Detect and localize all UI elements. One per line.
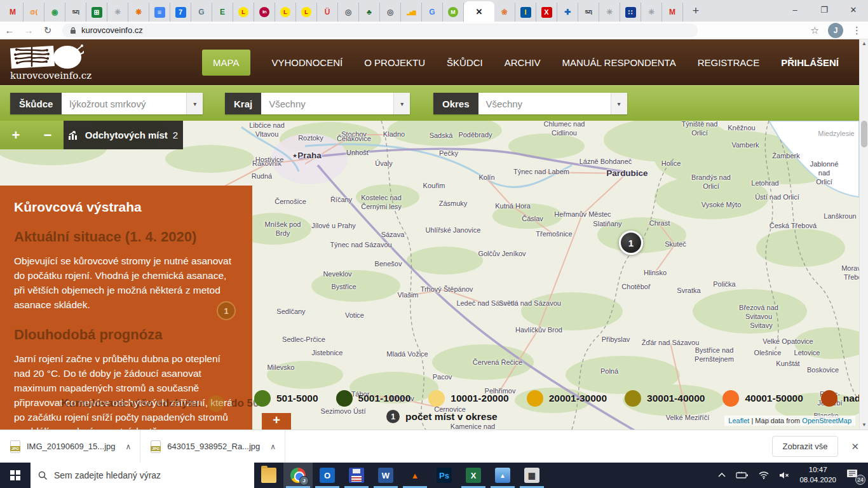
zoom-in-button[interactable]: + xyxy=(0,121,32,149)
taskbar-app-button[interactable]: Ps xyxy=(430,463,459,488)
pinned-tab[interactable]: ▂▅▇ xyxy=(401,3,422,22)
nav-item[interactable]: REGISTRACE xyxy=(698,57,760,68)
pinned-tab[interactable]: G xyxy=(191,3,212,22)
pinned-tab[interactable]: M xyxy=(662,3,683,22)
pinned-tab[interactable]: G xyxy=(422,3,443,22)
taskbar-app-button[interactable]: X xyxy=(459,463,488,488)
profile-avatar[interactable]: J xyxy=(828,23,843,38)
zoom-out-button[interactable]: − xyxy=(32,121,64,149)
pinned-tab[interactable]: ❀ xyxy=(494,3,515,22)
taskbar-search[interactable]: Sem zadejte hledaný výraz xyxy=(31,463,254,488)
pinned-tab[interactable]: ◎ xyxy=(380,3,401,22)
nav-item[interactable]: ARCHIV xyxy=(505,57,541,68)
start-button[interactable] xyxy=(0,463,31,488)
taskbar-app-button[interactable] xyxy=(342,463,371,488)
filter-select-value[interactable]: Všechny xyxy=(261,93,393,114)
scroll-down-arrow[interactable]: ▼ xyxy=(860,421,868,430)
show-all-downloads-button[interactable]: Zobrazit vše xyxy=(772,436,839,457)
pinned-tab[interactable]: ❋ xyxy=(128,3,149,22)
pinned-tab[interactable]: ✚ xyxy=(557,3,578,22)
pinned-tab[interactable]: ⊞ xyxy=(86,3,107,22)
taskbar-app-button[interactable]: ▲ xyxy=(488,463,517,488)
osm-link[interactable]: OpenStreetMap xyxy=(802,417,851,424)
pinned-tab[interactable]: M xyxy=(3,3,24,22)
legend-expand-button[interactable]: + xyxy=(262,413,291,430)
chevron-up-icon[interactable]: ∧ xyxy=(126,442,132,451)
pinned-tab[interactable]: E xyxy=(212,3,233,22)
pinned-tab[interactable]: ∷ xyxy=(620,3,641,22)
pinned-tab[interactable]: ✳ xyxy=(599,3,620,22)
pinned-tab[interactable]: @( xyxy=(24,3,44,22)
scrollbar-thumb[interactable] xyxy=(861,121,867,147)
pinned-tab[interactable]: L xyxy=(275,3,296,22)
legend-item: 40001-50000 xyxy=(722,390,803,407)
pinned-tab[interactable]: SZ| xyxy=(578,3,599,22)
taskbar-app-button[interactable] xyxy=(283,463,313,488)
filter-select-value[interactable]: Všechny xyxy=(478,93,611,114)
taskbar-clock[interactable]: 10:47 08.04.2020 xyxy=(799,465,836,485)
filter-select-value[interactable]: lýkožrout smrkový xyxy=(62,93,186,114)
pinned-tab[interactable]: L xyxy=(233,3,254,22)
pinned-tab[interactable]: ✳ xyxy=(107,3,128,22)
pinned-tab[interactable]: L xyxy=(296,3,317,22)
pinned-tab[interactable]: Ü xyxy=(317,3,338,22)
tray-expand-icon[interactable] xyxy=(718,473,726,478)
leaflet-map[interactable]: Praha ★ Kladno Stochov Rakovník Unhošť H… xyxy=(0,121,859,430)
pinned-tab[interactable]: SZ| xyxy=(65,3,86,22)
back-button[interactable]: ← xyxy=(0,25,19,36)
nav-item[interactable]: ŠKŮDCI xyxy=(447,57,483,68)
taskbar-app-button[interactable]: W xyxy=(371,463,400,488)
pinned-tab[interactable]: ♣ xyxy=(359,3,380,22)
legend-dot xyxy=(336,390,353,407)
map-cluster-marker-behind-panel[interactable]: 1 xyxy=(217,301,236,320)
wifi-icon[interactable] xyxy=(759,471,769,479)
taskbar-app-button[interactable]: ▦ xyxy=(517,463,546,488)
forward-button[interactable]: → xyxy=(19,25,38,36)
close-downloads-icon[interactable]: ✕ xyxy=(851,441,859,452)
nav-item[interactable]: MAPA xyxy=(202,50,250,76)
active-tab[interactable]: ✕ xyxy=(464,1,494,22)
bookmark-star-icon[interactable]: ☆ xyxy=(811,25,819,36)
pinned-tab[interactable]: ◉ xyxy=(44,3,65,22)
download-item[interactable]: JPG 643015_938952_Ra...jpg ∧ xyxy=(140,430,285,463)
chevron-down-icon[interactable]: ▾ xyxy=(611,93,627,114)
legend-dot xyxy=(254,390,271,407)
browser-menu-icon[interactable]: ⋮ xyxy=(852,25,862,36)
volume-muted-icon[interactable] xyxy=(779,471,789,479)
pinned-tab[interactable]: X xyxy=(536,3,557,22)
taskbar-app-button[interactable] xyxy=(254,463,283,488)
address-bar[interactable]: kurovcoveinfo.cz xyxy=(62,24,698,37)
site-logo-beetle-icon[interactable] xyxy=(9,44,84,72)
scroll-up-arrow[interactable]: ▲ xyxy=(860,39,868,48)
pinned-tab[interactable]: M xyxy=(443,3,464,22)
notification-center-icon[interactable]: 24 xyxy=(846,469,863,482)
taskbar-app-button[interactable]: ▲ xyxy=(400,463,430,488)
pinned-tab[interactable]: in xyxy=(254,3,275,22)
pinned-tab[interactable]: ≡ xyxy=(149,3,170,22)
site-favicon-icon: ✕ xyxy=(476,7,483,17)
window-maximize-button[interactable]: ❐ xyxy=(810,0,839,19)
nav-item[interactable]: VYHODNOCENÍ xyxy=(272,57,343,68)
chevron-up-icon[interactable]: ∧ xyxy=(270,442,276,451)
nav-item[interactable]: PŘIHLÁŠENÍ xyxy=(781,57,839,68)
map-cluster-marker[interactable]: 1 xyxy=(619,231,643,255)
chevron-down-icon[interactable]: ▾ xyxy=(393,93,410,114)
taskbar-app-button[interactable]: O xyxy=(313,463,342,488)
pinned-tab[interactable]: ✳ xyxy=(641,3,662,22)
battery-icon[interactable] xyxy=(736,471,749,479)
pinned-tab[interactable]: 7 xyxy=(170,3,191,22)
window-minimize-button[interactable]: – xyxy=(780,0,810,19)
new-tab-button[interactable]: + xyxy=(687,2,705,20)
nav-item[interactable]: O PROJEKTU xyxy=(364,57,425,68)
site-logo-text[interactable]: kurovcoveinfo.cz xyxy=(10,70,92,81)
nav-item[interactable]: MANUÁL RESPONDENTA xyxy=(562,57,675,68)
pinned-tab[interactable]: ◎ xyxy=(338,3,359,22)
download-item[interactable]: JPG IMG_20190609_15...jpg ∧ xyxy=(0,430,140,463)
pinned-tab[interactable]: I xyxy=(515,3,536,22)
page-scrollbar[interactable]: ▲ ▼ xyxy=(859,39,868,430)
leaflet-link[interactable]: Leaflet xyxy=(728,417,749,424)
window-close-button[interactable]: ✕ xyxy=(839,0,868,19)
reload-button[interactable]: ↻ xyxy=(38,25,57,36)
chevron-down-icon[interactable]: ▾ xyxy=(186,93,203,114)
legend-note: 1 počet míst v okrese xyxy=(386,410,498,423)
